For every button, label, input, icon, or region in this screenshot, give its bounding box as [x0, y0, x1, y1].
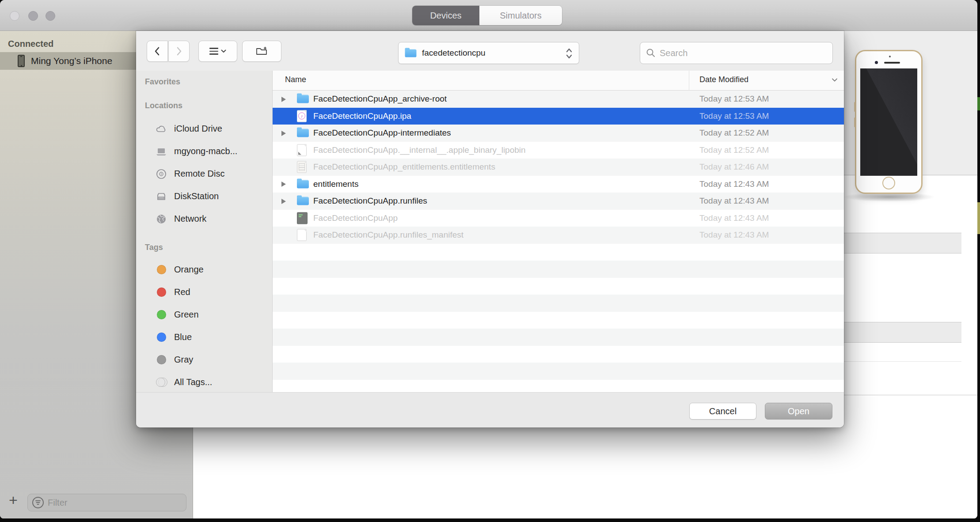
sidebar-item-network[interactable]: Network [145, 208, 272, 230]
column-header-name[interactable]: Name [285, 75, 306, 84]
titlebar: Devices Simulators [0, 0, 977, 31]
file-name: FaceDetectionCpuApp.__internal__.apple_b… [313, 145, 526, 155]
sidebar-item-label: iCloud Drive [174, 124, 222, 134]
location-popup[interactable]: facedetectioncpu [398, 42, 579, 64]
popup-chevrons-icon [566, 47, 573, 60]
location-popup-value: facedetectioncpu [422, 48, 486, 58]
disclosure-triangle-icon[interactable] [281, 182, 286, 187]
tags-header: Tags [145, 242, 272, 253]
file-name: FaceDetectionCpuApp [313, 213, 398, 223]
iphone-icon [18, 55, 25, 67]
sidebar-item-label: Network [174, 214, 206, 224]
chevron-down-icon [221, 49, 226, 53]
disclosure-triangle-icon[interactable] [281, 97, 286, 102]
tag-label: Red [174, 287, 190, 297]
cancel-button[interactable]: Cancel [689, 403, 756, 420]
column-header-date-modified[interactable]: Date Modified [699, 75, 748, 84]
zoom-button[interactable] [46, 11, 55, 21]
server-icon [155, 191, 168, 202]
connected-section-header: Connected [8, 39, 53, 49]
file-row[interactable]: entitlements Today at 12:43 AM [273, 176, 844, 193]
sidebar-item-tag-gray[interactable]: Gray [145, 348, 272, 371]
tag-red-icon [157, 287, 166, 297]
file-row[interactable]: FaceDetectionCpuApp-intermediates Today … [273, 125, 844, 142]
file-date-modified: Today at 12:43 AM [699, 196, 769, 206]
sidebar-item-remote-disc[interactable]: Remote Disc [145, 163, 272, 185]
disclosure-triangle-icon[interactable] [281, 199, 286, 204]
device-name-label: Ming Yong’s iPhone [31, 56, 112, 66]
folder-icon [297, 129, 309, 137]
file-row[interactable]: FaceDetectionCpuApp.runfiles_manifest To… [273, 227, 844, 244]
search-input[interactable] [660, 48, 819, 58]
laptop-icon [155, 147, 168, 156]
file-list: Name Date Modified FaceDetectionCpuApp_a… [273, 71, 844, 392]
sidebar-item-tag-red[interactable]: Red [145, 281, 272, 303]
tab-devices[interactable]: Devices [412, 6, 479, 25]
sidebar-item-icloud-drive[interactable]: iCloud Drive [145, 117, 272, 140]
iphone-home-button [882, 177, 895, 189]
open-file-dialog: facedetectioncpu [136, 31, 844, 427]
tag-green-icon [157, 310, 166, 319]
globe-icon [155, 213, 168, 225]
tag-label: All Tags... [174, 377, 212, 387]
sidebar-item-tag-blue[interactable]: Blue [145, 326, 272, 348]
background-window-sliver [977, 202, 980, 234]
file-row[interactable]: ♪ FaceDetectionCpuApp.ipa Today at 12:53… [273, 108, 844, 125]
doc-cert-icon [297, 161, 307, 173]
file-row[interactable]: FaceDetectionCpuApp.runfiles Today at 12… [273, 193, 844, 210]
file-row[interactable]: FaceDetectionCpuApp_entitlements.entitle… [273, 159, 844, 176]
dialog-sidebar: Favorites Locations iCloud Drive [136, 71, 273, 392]
tag-orange-icon [157, 265, 166, 274]
add-device-button[interactable]: + [5, 491, 21, 509]
iphone-illustration [855, 50, 923, 194]
doc-icon [297, 229, 307, 241]
empty-row [273, 244, 844, 261]
tab-simulators[interactable]: Simulators [479, 6, 562, 25]
xcode-devices-window: Devices Simulators Connected Ming Yong’s… [0, 0, 977, 518]
tag-label: Blue [174, 332, 192, 342]
file-date-modified: Today at 12:52 AM [699, 128, 769, 138]
sidebar-bottom-bar: + [0, 487, 193, 518]
file-row[interactable]: FaceDetectionCpuApp.__internal__.apple_b… [273, 142, 844, 159]
screen: Devices Simulators Connected Ming Yong’s… [0, 0, 980, 522]
list-header: Name Date Modified [273, 71, 844, 91]
sort-chevron-icon[interactable] [832, 78, 838, 82]
tag-label: Orange [174, 265, 204, 275]
filter-input[interactable] [48, 498, 176, 508]
disclosure-triangle-icon[interactable] [281, 131, 286, 136]
list-view-icon [209, 48, 218, 55]
close-button[interactable] [10, 11, 19, 21]
dialog-toolbar: facedetectioncpu [136, 31, 844, 71]
forward-button[interactable] [168, 41, 190, 62]
search-icon [646, 48, 656, 58]
file-row[interactable]: FaceDetectionCpuApp_archive-root Today a… [273, 91, 844, 108]
file-name: FaceDetectionCpuApp.ipa [313, 111, 411, 121]
cloud-icon [155, 124, 168, 134]
sidebar-item-all-tags[interactable]: All Tags... [145, 371, 272, 392]
empty-row [273, 261, 844, 278]
minimize-button[interactable] [28, 11, 38, 21]
open-button[interactable]: Open [765, 403, 832, 420]
view-options-button[interactable] [198, 41, 237, 62]
search-field[interactable] [640, 42, 833, 64]
tag-blue-icon [157, 333, 166, 342]
dialog-footer: Cancel Open [136, 392, 844, 427]
tag-gray-icon [157, 355, 166, 364]
file-row[interactable]: FaceDetectionCpuApp Today at 12:43 AM [273, 210, 844, 227]
file-list-rows: FaceDetectionCpuApp_archive-root Today a… [273, 91, 844, 392]
empty-row [273, 312, 844, 329]
sidebar-item-tag-green[interactable]: Green [145, 303, 272, 326]
sidebar-item-tag-orange[interactable]: Orange [145, 258, 272, 281]
tag-label: Gray [174, 355, 193, 365]
file-date-modified: Today at 12:43 AM [699, 230, 769, 240]
chevron-right-icon [178, 48, 181, 55]
empty-row [273, 329, 844, 346]
sidebar-item-mac[interactable]: mgyong-macb... [145, 140, 272, 163]
sidebar-item-diskstation[interactable]: DiskStation [145, 185, 272, 208]
devices-simulators-segmented-control: Devices Simulators [412, 6, 562, 25]
chevron-left-icon [156, 48, 159, 55]
file-date-modified: Today at 12:43 AM [699, 179, 769, 189]
back-button[interactable] [147, 41, 168, 62]
new-folder-button[interactable] [242, 41, 281, 62]
filter-field[interactable] [27, 494, 186, 511]
